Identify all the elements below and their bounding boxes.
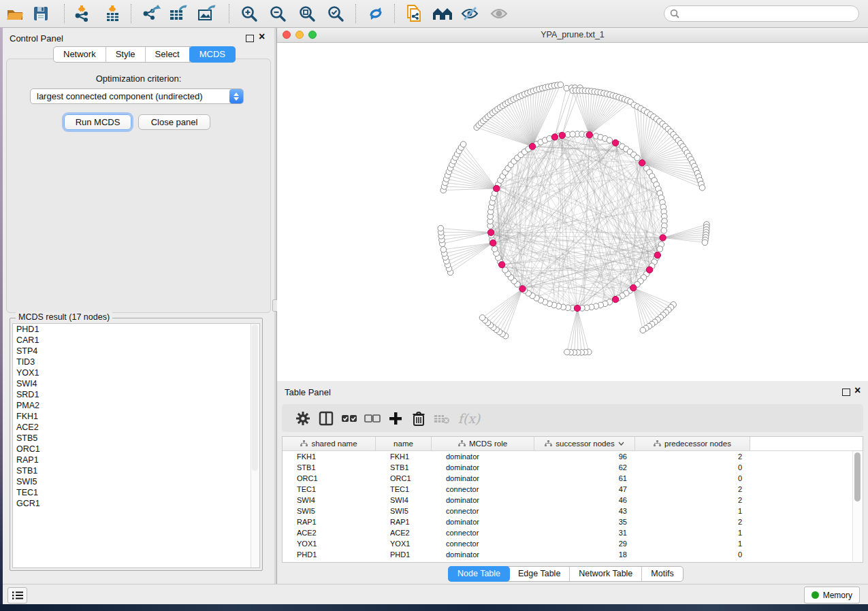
clone-network-button[interactable]	[403, 3, 423, 24]
table-settings-button[interactable]	[291, 408, 315, 429]
column-header-shared-name[interactable]: shared name	[283, 437, 376, 450]
column-header-successor-nodes[interactable]: successor nodes	[534, 437, 635, 450]
close-table-panel-icon[interactable]: ×	[854, 384, 861, 397]
result-node-item[interactable]: SWI4	[13, 378, 259, 389]
table-scrollbar[interactable]	[852, 451, 862, 561]
cell-predecessor_nodes: 2	[635, 451, 750, 462]
import-table-button[interactable]	[102, 3, 123, 24]
show-all-button[interactable]	[489, 3, 509, 24]
zoom-out-button[interactable]	[268, 3, 288, 24]
table-row[interactable]: ORC1ORC1dominator610	[283, 473, 863, 484]
export-table-button[interactable]	[168, 3, 189, 24]
select-all-rows-button[interactable]	[338, 408, 361, 429]
result-node-item[interactable]: PHD1	[13, 324, 259, 335]
table-row[interactable]: PHD1PHD1dominator180	[283, 549, 863, 560]
tab-edge-table[interactable]: Edge Table	[509, 567, 570, 581]
delete-column-button[interactable]	[407, 408, 430, 429]
result-node-item[interactable]: PMA2	[13, 400, 259, 411]
result-node-item[interactable]: TEC1	[13, 487, 259, 498]
column-visibility-button[interactable]	[315, 408, 338, 429]
node-table[interactable]: shared namenameMCDS rolesuccessor nodesp…	[282, 436, 863, 563]
cell-shared_name: SWI5	[283, 506, 376, 516]
tab-motifs[interactable]: Motifs	[642, 567, 682, 581]
eye-icon	[489, 5, 509, 22]
table-row[interactable]: RAP1RAP1dominator352	[283, 516, 863, 527]
result-node-item[interactable]: ACE2	[13, 422, 259, 433]
network-canvas[interactable]	[277, 43, 868, 381]
function-builder-button[interactable]: f(x)	[453, 408, 485, 429]
tab-network-table[interactable]: Network Table	[570, 567, 642, 581]
add-column-button[interactable]	[384, 408, 407, 429]
result-node-item[interactable]: ORC1	[13, 444, 259, 455]
table-row[interactable]: SWI4SWI4dominator462	[283, 495, 863, 506]
open-file-button[interactable]	[5, 3, 25, 24]
sort-chevron-icon	[618, 442, 624, 446]
mcds-result-items: PHD1CAR1STP4TID3YOX1SWI4SRD1PMA2FKH1ACE2…	[13, 324, 259, 509]
table-row[interactable]: SWI5SWI5connector431	[283, 506, 863, 516]
tab-style[interactable]: Style	[106, 47, 146, 62]
result-node-item[interactable]: SRD1	[13, 389, 259, 400]
cell-successor_nodes: 43	[534, 506, 635, 516]
table-row[interactable]: FKH1FKH1dominator962	[283, 451, 863, 462]
mcds-result-list[interactable]: PHD1CAR1STP4TID3YOX1SWI4SRD1PMA2FKH1ACE2…	[12, 323, 260, 568]
result-node-item[interactable]: YOX1	[13, 367, 259, 378]
cell-shared_name: SWI4	[283, 495, 376, 506]
column-header-predecessor-nodes[interactable]: predecessor nodes	[635, 437, 750, 450]
hide-selected-button[interactable]	[460, 3, 480, 24]
apply-layout-button[interactable]	[366, 3, 386, 24]
optimization-criterion-select[interactable]: largest connected component (undirected)	[30, 88, 244, 104]
result-node-item[interactable]: CAR1	[13, 335, 259, 346]
cell-mcds_role: dominator	[432, 473, 534, 484]
run-mcds-button[interactable]: Run MCDS	[64, 114, 131, 130]
task-history-button[interactable]	[7, 587, 27, 604]
import-network-button[interactable]	[71, 3, 92, 24]
zoom-selected-button[interactable]	[325, 3, 346, 24]
status-bar: Memory	[0, 584, 868, 605]
result-node-item[interactable]: STB1	[13, 465, 259, 476]
export-network-button[interactable]	[141, 3, 161, 24]
float-table-panel-icon[interactable]	[842, 389, 850, 396]
first-neighbors-button[interactable]	[432, 3, 452, 24]
tab-node-table[interactable]: Node Table	[448, 566, 510, 582]
export-image-button[interactable]	[197, 3, 217, 24]
table-row[interactable]: ACE2ACE2connector311	[283, 527, 863, 538]
close-panel-icon[interactable]: ×	[259, 31, 265, 43]
tab-network[interactable]: Network	[54, 47, 106, 62]
table-row[interactable]: STB1STB1dominator620	[283, 462, 863, 473]
search-box[interactable]	[664, 5, 859, 22]
cell-mcds_role: dominator	[432, 495, 534, 506]
desktop-wallpaper-left	[0, 27, 3, 604]
zoom-out-icon	[269, 5, 287, 23]
result-node-item[interactable]: SWI5	[13, 476, 259, 487]
deselect-all-rows-button[interactable]	[361, 408, 384, 429]
table-panel-title: Table Panel	[285, 387, 331, 397]
tab-mcds[interactable]: MCDS	[189, 46, 236, 63]
tab-select[interactable]: Select	[146, 47, 190, 62]
cell-shared_name: FKH1	[283, 451, 376, 462]
memory-button[interactable]: Memory	[804, 587, 860, 604]
result-node-item[interactable]: STB5	[13, 433, 259, 444]
table-row[interactable]: TEC1TEC1connector472	[283, 484, 863, 495]
result-scrollbar[interactable]	[251, 324, 259, 567]
column-header-name[interactable]: name	[376, 437, 432, 450]
table-row[interactable]: YOX1YOX1connector291	[283, 538, 863, 549]
float-window-icon[interactable]	[246, 35, 254, 42]
network-window-titlebar[interactable]: YPA_prune.txt_1	[277, 27, 868, 43]
result-node-item[interactable]: RAP1	[13, 455, 259, 465]
delete-table-button[interactable]	[430, 408, 453, 429]
cell-successor_nodes: 62	[534, 462, 635, 473]
result-node-item[interactable]: STP4	[13, 346, 259, 357]
column-header-MCDS-role[interactable]: MCDS role	[432, 437, 534, 450]
result-node-item[interactable]: FKH1	[13, 411, 259, 422]
cell-mcds_role: dominator	[432, 549, 534, 560]
cell-successor_nodes: 35	[534, 516, 635, 527]
search-input[interactable]	[682, 8, 858, 19]
save-session-button[interactable]	[31, 3, 51, 24]
cell-name: FKH1	[376, 451, 432, 462]
zoom-in-button[interactable]	[239, 3, 259, 24]
control-panel-title: Control Panel	[10, 33, 63, 44]
result-node-item[interactable]: GCR1	[13, 498, 259, 509]
zoom-fit-button[interactable]	[297, 3, 317, 24]
close-panel-button[interactable]: Close panel	[138, 114, 210, 130]
result-node-item[interactable]: TID3	[13, 357, 259, 367]
